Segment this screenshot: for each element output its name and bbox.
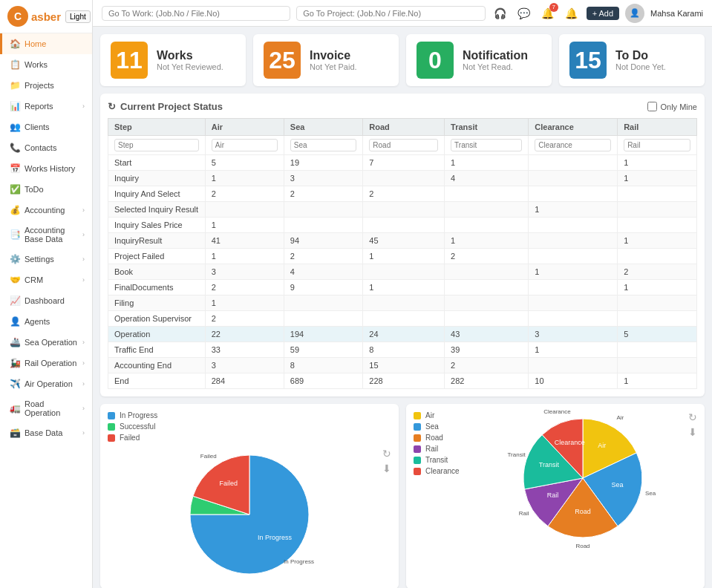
legend-dot2-rail [414,445,421,453]
project-search-input[interactable] [296,6,485,21]
legend-label-in progress: In Progress [120,411,157,419]
filter-input-rail[interactable] [624,139,690,151]
cell-sea: 19 [284,155,363,171]
download-chart1-button[interactable]: ⬇ [382,463,391,474]
stat-sub-0: Not Yet Reviewed. [157,62,223,71]
chat-icon[interactable]: 💬 [515,4,533,22]
nav-label-14: Sea Operation [25,338,77,347]
sidebar-item-sea-operation[interactable]: 🚢 Sea Operation › [0,332,92,353]
cell-transit [445,186,529,202]
nav-label-12: Dashboard [25,296,65,305]
headset-icon[interactable]: 🎧 [491,4,509,22]
cell-rail: 1 [618,155,697,171]
sidebar-item-projects[interactable]: 📁 Projects [0,75,92,96]
filter-input-step[interactable] [114,139,199,151]
th-rail: Rail [618,119,697,136]
cell-transit: 1 [445,155,529,171]
nav-icon-10: ⚙️ [10,254,20,264]
cell-clearance [529,171,618,186]
chart2-legend: Air Sea Road Rail Transit Clearance [414,411,460,539]
sidebar-item-todo[interactable]: ✅ ToDo [0,179,92,200]
filter-input-air[interactable] [212,139,278,151]
theme-button[interactable]: Light [65,10,91,23]
project-status-section: ↻ Current Project Status Only Mine StepA… [100,94,705,396]
cell-step: InquiryResult [108,233,206,249]
pie-outer-label-In Progress: In Progress [284,558,314,565]
filter-input-transit[interactable] [451,139,522,151]
stat-num-1: 25 [264,42,301,79]
chart1-area: In ProgressIn ProgressFailedFailed ↻ ⬇ [108,448,391,581]
cell-rail: 5 [618,327,697,342]
th-sea: Sea [284,119,363,136]
cell-clearance [529,249,618,264]
filter-input-sea[interactable] [290,139,357,151]
cell-step: Filing [108,295,206,311]
sidebar-item-base-data[interactable]: 🗃️ Base Data › [0,422,92,443]
nav-label-17: Road Operation [25,399,78,417]
filter-cell-step [108,136,206,155]
cell-step: Selected Inquiry Result [108,202,206,218]
sidebar-item-works-history[interactable]: 📅 Works History [0,158,92,179]
sidebar-item-contacts[interactable]: 📞 Contacts [0,137,92,158]
legend-dot-failed [108,434,115,442]
nav-label-5: Contacts [25,143,56,152]
sidebar-item-works[interactable]: 📋 Works [0,54,92,75]
pie-chart-2: AirAirSeaSeaRoadRoadRailRailTransitTrans… [509,408,657,549]
project-status-table: StepAirSeaRoadTransitClearanceRail Start… [108,118,697,389]
cell-air: 1 [205,218,284,233]
avatar[interactable]: 👤 [625,4,644,23]
sidebar-item-settings[interactable]: ⚙️ Settings › [0,249,92,270]
cell-sea [284,311,363,327]
notification-icon[interactable]: 🔔7 [539,4,557,22]
cell-rail [618,218,697,233]
sidebar-item-road-operation[interactable]: 🚛 Road Operation › [0,394,92,422]
sidebar-item-reports[interactable]: 📊 Reports › [0,96,92,117]
filter-input-road[interactable] [369,139,438,151]
cell-step: End [108,373,206,389]
stat-num-0: 11 [111,42,148,79]
cell-sea: 94 [284,233,363,249]
cell-road: 8 [363,342,445,358]
cell-transit: 39 [445,342,529,358]
work-search-input[interactable] [102,6,290,21]
table-row: Start519711 [108,155,697,171]
topbar: 🎧 💬 🔔7 🔔 + Add 👤 Mahsa Karami [93,0,712,27]
sidebar-item-accounting[interactable]: 💰 Accounting › [0,200,92,220]
nav-label-1: Works [25,60,48,69]
sidebar-item-rail-operation[interactable]: 🚂 Rail Operation › [0,353,92,373]
sidebar-item-crm[interactable]: 🤝 CRM › [0,270,92,290]
add-button[interactable]: + Add [587,7,619,20]
cell-road [363,264,445,280]
filter-cell-sea [284,136,363,155]
only-mine-checkbox[interactable] [647,102,657,111]
alert-icon[interactable]: 🔔 [563,4,581,22]
cell-air: 22 [205,327,284,342]
nav-icon-11: 🤝 [10,275,20,285]
cell-sea: 194 [284,327,363,342]
legend-item2-sea: Sea [414,422,460,431]
sidebar-item-clients[interactable]: 👥 Clients [0,117,92,137]
cell-step: Inquiry [108,171,206,186]
cell-step: Accounting End [108,358,206,373]
sidebar-item-accounting-base-data[interactable]: 📑 Accounting Base Data › [0,220,92,249]
sidebar-item-dashboard[interactable]: 📈 Dashboard [0,290,92,311]
refresh-icon[interactable]: ↻ [108,101,116,112]
th-air: Air [205,119,284,136]
legend-dot2-sea [414,423,421,431]
download-chart2-button[interactable]: ⬇ [688,426,697,438]
refresh-chart1-button[interactable]: ↻ [382,448,391,460]
sidebar-item-home[interactable]: 🏠 Home [0,33,92,54]
legend-dot-successful [108,423,115,431]
filter-input-clearance[interactable] [535,139,611,151]
cell-step: FinalDocuments [108,280,206,295]
sidebar-item-agents[interactable]: 👤 Agents [0,311,92,332]
sidebar-item-air-operation[interactable]: ✈️ Air Operation › [0,373,92,394]
pie-outer-label-Rail: Rail [519,510,529,517]
stat-info-1: Invoice Not Yet Paid. [310,49,357,71]
legend-label2-clearance: Clearance [425,467,460,475]
nav-label-18: Base Data [25,428,62,437]
pie-outer-label-Sea: Sea [645,490,656,497]
nav-label-0: Home [25,39,46,48]
cell-sea: 59 [284,342,363,358]
refresh-chart2-button[interactable]: ↻ [688,411,697,423]
